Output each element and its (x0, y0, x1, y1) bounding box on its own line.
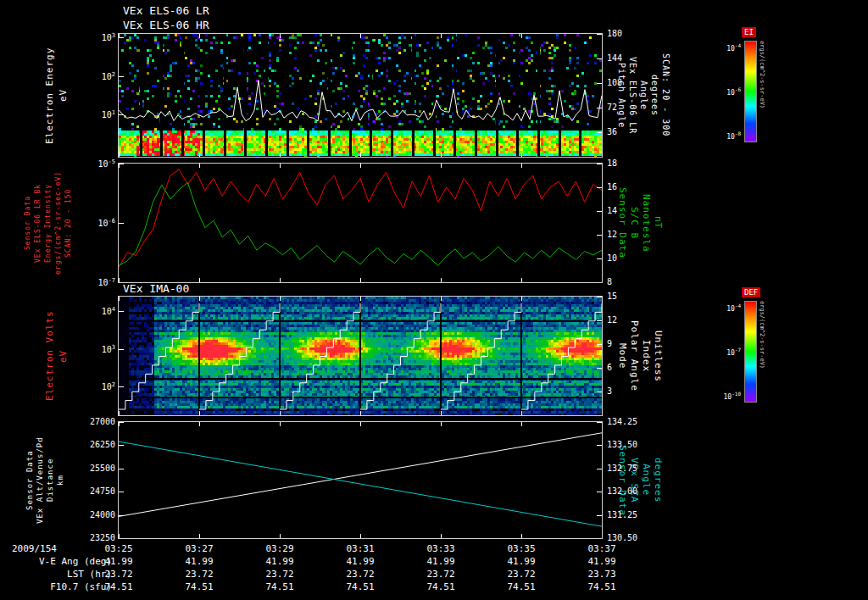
colorbar-tick-label: 10-8 (700, 131, 741, 141)
els-spectrogram-canvas (118, 33, 603, 158)
right-tick-label: 18 (607, 158, 649, 168)
right-tick-label: 10 (607, 253, 649, 263)
y-axis-label-column: VEx Alt/Venus/Pd (36, 422, 44, 538)
footer-value: 23.73 (578, 569, 626, 580)
time-tick-label: 03:37 (578, 543, 626, 554)
footer-value: 74.51 (337, 581, 384, 592)
right-axis-label-column: Nanotesla (641, 164, 652, 282)
right-axis-label-column: Sensor Data (617, 164, 628, 282)
footer-value: 41.99 (256, 556, 303, 567)
panel1-title-line2: VEx ELS-06 HR (123, 19, 209, 31)
right-axis-label-column: VEx ELS-06 LR (628, 34, 637, 157)
y-axis-label-column: Sensor Data (25, 422, 34, 538)
footer-value: 74.51 (95, 581, 142, 592)
right-tick-label: 133.50 (607, 440, 649, 449)
right-axis-label-column: Pitch Angle (617, 34, 626, 157)
right-axis-label-column: S/C B (629, 164, 640, 282)
right-tick-label: 108 (607, 78, 649, 87)
y-tick-label: 101 (51, 109, 115, 119)
right-tick-label: 3 (607, 386, 649, 396)
def-colorbar-units: ergs/(cm^2-s-sr-eV) (759, 301, 765, 408)
footer-value: 41.99 (95, 556, 142, 567)
right-tick-label: 132.75 (607, 464, 649, 473)
colorbar-def-title: DEF (742, 287, 760, 297)
footer-value: 23.72 (256, 569, 303, 580)
footer-value: 74.51 (578, 581, 626, 592)
right-tick-label: 14 (607, 206, 649, 215)
colorbar-tick-label: 10-4 (700, 303, 741, 313)
right-tick-label: 6 (607, 363, 649, 372)
y-tick-label: 102 (51, 71, 115, 81)
footer-value: 74.51 (417, 581, 465, 592)
y-tick-label: 10-5 (51, 158, 115, 169)
colorbar-tick-label: 10-7 (700, 347, 741, 357)
right-tick-label: 130.50 (607, 533, 649, 542)
colorbar-tick-label: 10-4 (700, 42, 741, 53)
right-tick-label: 8 (607, 277, 649, 286)
right-axis-label-column: nT (653, 164, 664, 282)
footer-value: 74.51 (175, 581, 223, 592)
footer-value: 23.72 (337, 569, 384, 580)
right-axis-label-column: degrees (650, 34, 659, 157)
def-colorbar (744, 301, 757, 403)
footer-value: 74.51 (498, 581, 545, 592)
footer-value: 23.72 (175, 569, 223, 580)
panel3-title: VEx IMA-00 (123, 282, 189, 295)
right-tick-label: 36 (607, 127, 649, 136)
right-tick-label: 180 (607, 29, 649, 38)
footer-value: 41.99 (578, 556, 626, 567)
right-tick-label: 134.25 (607, 417, 649, 426)
footer-value: 41.99 (417, 556, 465, 567)
y-axis-label-column: VEx ELS-06 LR Bk (34, 164, 42, 282)
ima-spectrogram-canvas (118, 296, 603, 416)
footer-value: 41.99 (175, 556, 223, 567)
colorbar-tick-label: 10-10 (700, 391, 741, 401)
right-axis-label-column: Unitless (653, 297, 664, 415)
footer-value: 23.72 (95, 569, 142, 580)
footer-value: 23.72 (417, 569, 465, 580)
y-tick-label: 26250 (51, 440, 115, 449)
footer-value: 41.99 (498, 556, 545, 567)
y-tick-label: 102 (51, 381, 115, 392)
right-axis-label-column: Polar Angle (629, 297, 640, 415)
y-axis-label-column: Electron Energy (44, 34, 55, 157)
y-tick-label: 24750 (51, 486, 115, 496)
y-tick-label: 25500 (51, 464, 115, 473)
ei-colorbar-units: ergs/(cm^2-s-sr-eV) (759, 41, 765, 147)
ei-colorbar (744, 41, 757, 142)
right-tick-label: 9 (607, 339, 649, 348)
y-tick-label: 23250 (51, 533, 115, 542)
colorbar-tick-label: 10-6 (700, 86, 741, 97)
y-tick-label: 10-6 (51, 218, 115, 228)
time-tick-label: 03:31 (337, 543, 384, 554)
right-tick-label: 12 (607, 230, 649, 239)
y-tick-label: 103 (51, 344, 115, 354)
right-axis-label-column: Angle (639, 34, 648, 157)
y-axis-label-column: Sensor Data (24, 164, 31, 282)
right-tick-label: 15 (607, 292, 649, 301)
y-tick-label: 27000 (51, 417, 115, 426)
right-tick-label: 131.25 (607, 510, 649, 519)
footer-row-label: 2009/154 (12, 543, 105, 554)
y-tick-label: 104 (51, 306, 115, 316)
y-axis-label-column: eV (58, 34, 69, 157)
panel1-title-line1: VEx ELS-06 LR (123, 4, 209, 17)
right-axis-label-column: SCAN: 20 - 300 (661, 34, 670, 157)
footer-value: 41.99 (337, 556, 384, 567)
y-tick-label: 103 (51, 32, 115, 42)
right-axis-label-column: Index (641, 297, 652, 415)
right-axis-label-column: Mode (617, 297, 628, 415)
time-tick-label: 03:27 (175, 543, 223, 554)
right-tick-label: 72 (607, 103, 649, 112)
time-tick-label: 03:33 (417, 543, 465, 554)
right-tick-label: 16 (607, 182, 649, 192)
time-tick-label: 03:35 (498, 543, 545, 554)
right-axis-label-column: degrees (653, 422, 664, 538)
right-tick-label: 132.00 (607, 486, 649, 496)
time-tick-label: 03:25 (95, 543, 142, 554)
footer-value: 23.72 (498, 569, 545, 580)
footer-value: 74.51 (256, 581, 303, 592)
y-tick-label: 10-7 (51, 277, 115, 287)
altitude-sza-line-canvas (118, 421, 603, 539)
time-tick-label: 03:29 (256, 543, 303, 554)
